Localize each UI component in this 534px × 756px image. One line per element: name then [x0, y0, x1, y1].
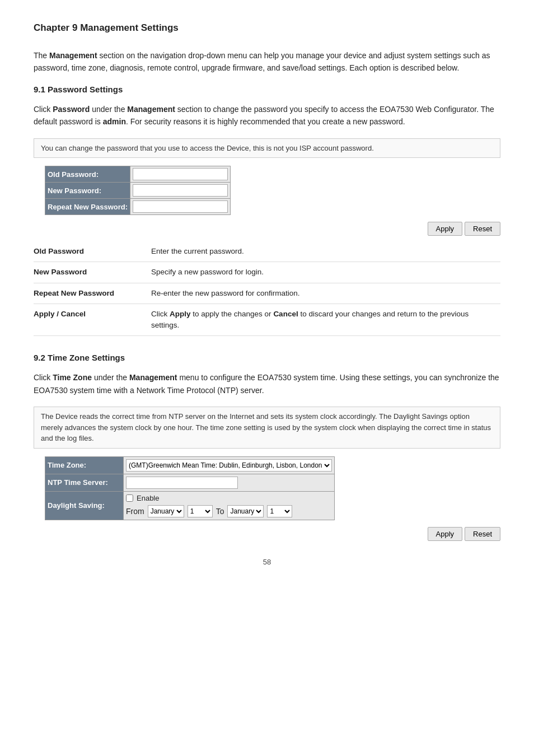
page-footer: 58 [34, 558, 500, 566]
timezone-row: Time Zone: (GMT)Greenwich Mean Time: Dub… [45, 456, 335, 474]
section-91-intro: Click Password under the Management sect… [34, 103, 500, 128]
from-month-select[interactable]: January [148, 505, 184, 517]
new-password-label: New Password: [45, 183, 130, 199]
desc-value-apply-cancel: Click Apply to apply the changes or Canc… [146, 304, 500, 336]
desc-term-new-password: New Password [34, 262, 146, 283]
from-label: From [126, 507, 144, 516]
daylight-input-cell: Enable From January 1 To January [124, 491, 335, 520]
dst-date-row: From January 1 To January 1 [126, 505, 332, 517]
to-day-select[interactable]: 1 [267, 505, 292, 517]
section-92-title: 9.2 Time Zone Settings [34, 353, 500, 362]
to-label: To [216, 507, 224, 516]
intro-bold-management: Management [49, 51, 97, 60]
new-password-input[interactable] [133, 184, 228, 197]
desc-term-apply-cancel: Apply / Cancel [34, 304, 146, 336]
password-btn-row: Apply Reset [34, 222, 500, 236]
new-password-input-cell [130, 183, 231, 199]
old-password-input-cell [130, 166, 231, 183]
daylight-enable-label: Enable [137, 494, 159, 502]
admin-bold: admin [103, 117, 126, 126]
to-month-select[interactable]: January [227, 505, 264, 517]
desc-value-new-password: Specify a new password for login. [146, 262, 500, 283]
repeat-password-input[interactable] [133, 200, 228, 213]
desc-value-repeat-password: Re-enter the new password for confirmati… [146, 283, 500, 304]
intro-paragraph: The Management section on the navigation… [34, 49, 500, 74]
desc-row-old-password: Old Password Enter the current password. [34, 241, 500, 262]
ntp-row: NTP Time Server: [45, 474, 335, 491]
new-password-row: New Password: [45, 183, 231, 199]
daylight-label: Daylight Saving: [45, 491, 124, 520]
timezone-label: Time Zone: [45, 456, 124, 474]
timezone-select-cell: (GMT)Greenwich Mean Time: Dublin, Edinbu… [124, 456, 335, 474]
chapter-title: Chapter 9 Management Settings [34, 22, 500, 34]
desc-row-repeat-password: Repeat New Password Re-enter the new pas… [34, 283, 500, 304]
password-reset-button[interactable]: Reset [465, 222, 500, 236]
management-bold-91: Management [127, 105, 175, 114]
timezone-apply-button[interactable]: Apply [428, 527, 463, 541]
desc-term-old-password: Old Password [34, 241, 146, 262]
page-number: 58 [263, 558, 271, 566]
ntp-label: NTP Time Server: [45, 474, 124, 491]
timezone-form: Time Zone: (GMT)Greenwich Mean Time: Dub… [45, 456, 335, 520]
from-day-select[interactable]: 1 [188, 505, 213, 517]
repeat-password-label: Repeat New Password: [45, 199, 130, 215]
password-form: Old Password: New Password: Repeat New P… [45, 166, 231, 215]
ntp-input[interactable] [126, 477, 238, 489]
timezone-bold: Time Zone [53, 373, 92, 382]
password-bold: Password [53, 105, 90, 114]
timezone-reset-button[interactable]: Reset [465, 527, 500, 541]
ntp-input-cell [124, 474, 335, 491]
repeat-password-row: Repeat New Password: [45, 199, 231, 215]
old-password-input[interactable] [133, 168, 228, 180]
desc-value-old-password: Enter the current password. [146, 241, 500, 262]
daylight-row: Daylight Saving: Enable From January 1 T… [45, 491, 335, 520]
dst-controls: Enable [126, 494, 332, 503]
password-note: You can change the password that you use… [34, 138, 500, 158]
daylight-enable-checkbox[interactable] [126, 494, 133, 502]
old-password-row: Old Password: [45, 166, 231, 183]
timezone-select[interactable]: (GMT)Greenwich Mean Time: Dublin, Edinbu… [126, 459, 332, 472]
management-bold-92: Management [129, 373, 177, 382]
section-92-intro: Click Time Zone under the Management men… [34, 371, 500, 396]
timezone-note: The Device reads the correct time from N… [34, 407, 500, 449]
desc-row-apply-cancel: Apply / Cancel Click Apply to apply the … [34, 304, 500, 336]
password-desc-table: Old Password Enter the current password.… [34, 241, 500, 336]
desc-row-new-password: New Password Specify a new password for … [34, 262, 500, 283]
repeat-password-input-cell [130, 199, 231, 215]
desc-term-repeat-password: Repeat New Password [34, 283, 146, 304]
old-password-label: Old Password: [45, 166, 130, 183]
password-apply-button[interactable]: Apply [428, 222, 463, 236]
timezone-btn-row: Apply Reset [34, 527, 500, 541]
section-91-title: 9.1 Password Settings [34, 85, 500, 94]
